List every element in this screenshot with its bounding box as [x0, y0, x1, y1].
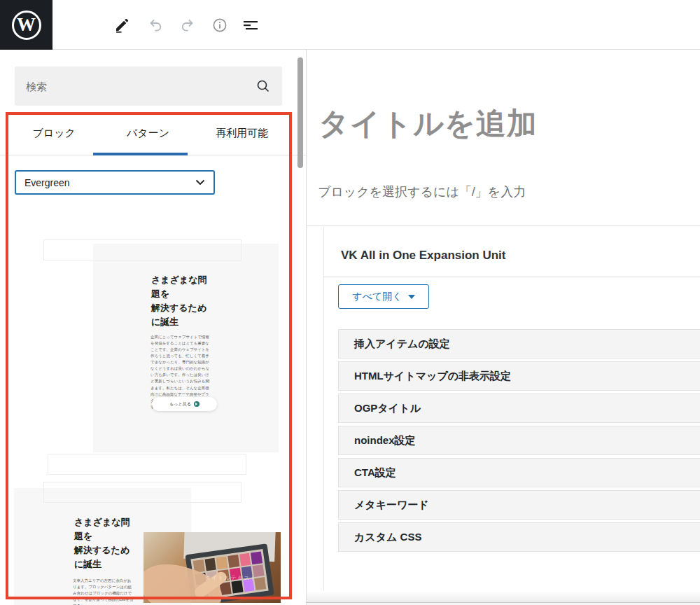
accordion-label: 挿入アイテムの設定 — [354, 338, 450, 351]
caret-down-icon — [408, 295, 415, 299]
post-title-input[interactable]: タイトルを追加 — [318, 104, 538, 144]
pattern2-heading: さまざまな問題を 解決するために誕生 — [74, 515, 132, 572]
accordion-html-sitemap[interactable]: HTMLサイトマップの非表示設定 — [338, 361, 700, 391]
details-button[interactable] — [210, 15, 230, 35]
search-icon — [255, 78, 271, 94]
accordion-label: カスタム CSS — [354, 531, 421, 544]
pattern-search[interactable] — [15, 67, 282, 106]
metabox-left-border — [323, 225, 324, 592]
pattern1-more-button: もっと見る — [152, 397, 217, 411]
redo-button[interactable] — [177, 15, 197, 35]
tab-reusable[interactable]: 再利用可能 — [195, 112, 289, 155]
accordion-label: noindex設定 — [354, 434, 416, 447]
image-caption: タイトルテキスト — [205, 574, 257, 582]
editor-toolbar — [0, 0, 700, 50]
sidebar-divider — [306, 50, 307, 605]
undo-button[interactable] — [146, 15, 166, 35]
pencil-icon — [113, 17, 130, 34]
sidebar-scrollbar-thumb[interactable] — [298, 57, 303, 168]
list-view-icon — [242, 17, 259, 34]
empty-block-appender[interactable]: ブロックを選択するには「/」を入力 — [318, 183, 526, 200]
pattern1-heading: さまざまな問題を 解決するために誕生 — [151, 273, 209, 330]
wordpress-block-editor: ✕ W ブロック パターン 再利用可能 Evergreen — [0, 0, 700, 605]
pattern2-header-bar — [43, 482, 241, 503]
accordion-label: メタキーワード — [354, 499, 429, 512]
editor-footer-fade — [307, 591, 700, 602]
accordion-label: CTA設定 — [354, 466, 396, 480]
search-input[interactable] — [26, 81, 255, 92]
wordpress-logo-icon: W — [12, 11, 41, 40]
accordion-noindex[interactable]: noindex設定 — [338, 426, 700, 455]
metabox-title-divider — [323, 277, 700, 277]
accordion-label: OGPタイトル — [354, 402, 421, 415]
selected-category: Evergreen — [24, 177, 70, 188]
inserter-tabs: ブロック パターン 再利用可能 — [7, 112, 289, 155]
accordion-insert-items[interactable]: 挿入アイテムの設定 — [338, 329, 700, 359]
tab-blocks[interactable]: ブロック — [7, 112, 101, 155]
accordion-custom-css[interactable]: カスタム CSS — [338, 522, 700, 552]
info-icon — [211, 17, 228, 34]
edit-mode-pencil-button[interactable] — [112, 15, 132, 35]
arrow-circle-icon — [194, 401, 200, 407]
pattern1-header-bar — [43, 239, 241, 260]
tab-patterns[interactable]: パターン — [101, 112, 195, 155]
list-view-button[interactable] — [241, 15, 260, 35]
undo-icon — [148, 17, 164, 34]
metabox-top-divider — [307, 225, 700, 226]
accordion-label: HTMLサイトマップの非表示設定 — [354, 370, 511, 383]
accordion-cta[interactable]: CTA設定 — [338, 458, 700, 487]
open-all-label: すべて開く — [352, 291, 402, 303]
chevron-down-icon — [195, 179, 205, 186]
metabox-title: VK All in One Expansion Unit — [341, 249, 506, 263]
wordpress-logo-button[interactable]: W — [0, 0, 52, 50]
pattern-category-select[interactable]: Evergreen — [15, 170, 215, 195]
open-all-button[interactable]: すべて開く — [338, 284, 429, 309]
accordion-meta-keywords[interactable]: メタキーワード — [338, 490, 700, 520]
redo-icon — [178, 17, 195, 34]
more-button-label: もっと見る — [169, 401, 191, 408]
accordion-ogp-title[interactable]: OGPタイトル — [338, 394, 700, 423]
pattern1-footer-bar — [48, 454, 246, 475]
pattern2-body: 文章入力エリアの左右に余白があります。ブロックパターンはの組み合わせはブロックの… — [73, 578, 134, 605]
tablet-hands-photo: タイトルテキスト — [144, 532, 281, 603]
active-tab-indicator — [93, 153, 188, 155]
